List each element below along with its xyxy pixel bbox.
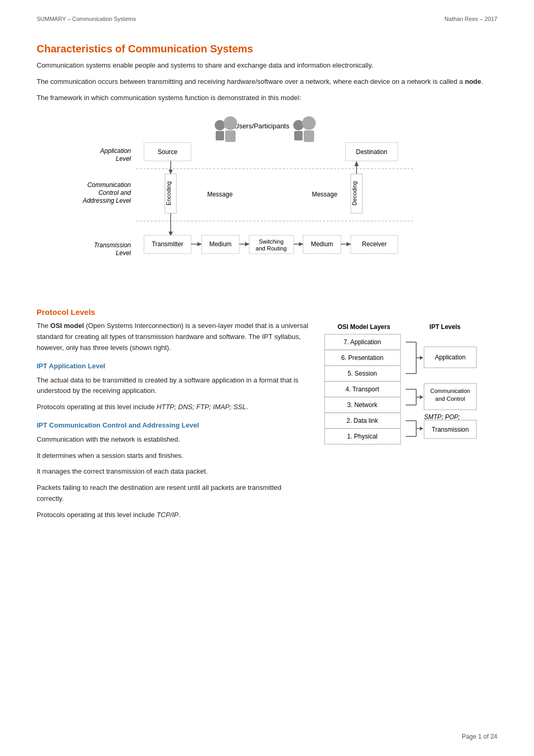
svg-text:Decoding: Decoding [351, 181, 358, 205]
svg-text:SMTP;    POP;: SMTP; POP; [424, 413, 460, 421]
svg-text:Transmission: Transmission [94, 242, 131, 249]
svg-text:Communication: Communication [87, 181, 131, 189]
svg-text:7. Application: 7. Application [343, 338, 381, 346]
svg-marker-48 [245, 242, 249, 246]
svg-text:Application: Application [435, 354, 466, 361]
svg-marker-29 [169, 170, 173, 174]
svg-rect-4 [225, 130, 236, 142]
svg-text:Application: Application [99, 147, 131, 155]
svg-point-3 [224, 116, 237, 130]
svg-marker-89 [420, 426, 423, 431]
svg-text:Medium: Medium [311, 240, 333, 248]
svg-text:Communication: Communication [430, 388, 470, 394]
svg-marker-33 [354, 161, 359, 166]
svg-marker-50 [299, 242, 303, 246]
svg-rect-8 [304, 130, 314, 142]
osi-diagram-svg: OSI Model Layers IPT Levels 7. Applicati… [319, 321, 497, 488]
svg-text:5. Session: 5. Session [348, 370, 377, 377]
subsection2-para5: Protocols operating at this level includ… [37, 510, 309, 521]
svg-text:Level: Level [116, 249, 131, 257]
protocol-text: The OSI model (Open Systems Interconnect… [37, 321, 309, 525]
section1-para1: Communication systems enable people and … [37, 60, 497, 71]
section1-para2: The communication occurs between transmi… [37, 76, 497, 87]
section2-intro: The OSI model (Open Systems Interconnect… [37, 321, 309, 353]
svg-text:Level: Level [116, 155, 131, 162]
svg-text:2. Data link: 2. Data link [347, 417, 379, 424]
header-left: SUMMARY – Communication Systems [37, 16, 136, 22]
section1-title: Characteristics of Communication Systems [37, 43, 497, 55]
svg-text:Message: Message [207, 191, 233, 198]
svg-text:1. Physical: 1. Physical [347, 433, 377, 440]
svg-text:Addressing Level: Addressing Level [82, 197, 131, 204]
svg-text:Medium: Medium [209, 240, 232, 248]
svg-text:6. Presentation: 6. Presentation [341, 354, 384, 361]
svg-point-1 [215, 120, 225, 130]
comm-diagram-svg: Users/Participants Application Level Com… [68, 114, 466, 292]
svg-text:OSI Model Layers: OSI Model Layers [338, 323, 391, 331]
svg-marker-52 [347, 242, 351, 246]
svg-text:Transmission: Transmission [432, 426, 469, 433]
svg-text:Control and: Control and [98, 189, 131, 196]
svg-text:Source: Source [158, 148, 177, 156]
page-footer: Page 1 of 24 [462, 733, 497, 740]
svg-text:Transmitter: Transmitter [152, 240, 183, 248]
protocol-layout: The OSI model (Open Systems Interconnect… [37, 321, 497, 525]
svg-text:Message: Message [312, 191, 338, 198]
subsection2-para1: Communication with the network is establ… [37, 434, 309, 445]
svg-text:IPT Levels: IPT Levels [429, 323, 461, 331]
svg-point-5 [293, 120, 304, 130]
svg-text:Destination: Destination [356, 148, 387, 156]
svg-text:Switching: Switching [259, 238, 283, 245]
svg-marker-73 [420, 356, 423, 360]
subsection2-para4: Packets failing to reach the destination… [37, 483, 309, 505]
subsection1-title: IPT Application Level [37, 361, 309, 372]
page-header: SUMMARY – Communication Systems Nathan R… [37, 16, 497, 22]
svg-rect-2 [216, 131, 224, 140]
subsection2-para3: It manages the correct transmission of e… [37, 466, 309, 477]
svg-point-7 [302, 116, 316, 130]
svg-text:Users/Participants: Users/Participants [234, 122, 290, 130]
svg-text:3. Network: 3. Network [347, 401, 377, 409]
header-right: Nathan Rees – 2017 [444, 16, 497, 22]
svg-text:Receiver: Receiver [362, 240, 386, 248]
subsection1-para1: The actual data to be transmitted is cre… [37, 375, 309, 397]
svg-rect-6 [294, 131, 303, 140]
svg-text:and Control: and Control [436, 396, 465, 402]
section1-para3: The framework in which communication sys… [37, 93, 497, 104]
svg-text:4. Transport: 4. Transport [346, 386, 380, 393]
svg-marker-46 [197, 242, 202, 246]
comm-diagram: Users/Participants Application Level Com… [37, 114, 497, 292]
footer-text: Page 1 of 24 [462, 733, 497, 740]
svg-text:and Routing: and Routing [255, 245, 286, 251]
osi-diagram: OSI Model Layers IPT Levels 7. Applicati… [319, 321, 497, 525]
subsection2-title: IPT Communication Control and Addressing… [37, 420, 309, 431]
svg-text:Encoding: Encoding [165, 181, 172, 205]
subsection1-para2: Protocols operating at this level includ… [37, 402, 309, 413]
subsection2-para2: It determines when a session starts and … [37, 451, 309, 462]
section2-title: Protocol Levels [37, 308, 497, 316]
svg-marker-80 [420, 395, 423, 399]
